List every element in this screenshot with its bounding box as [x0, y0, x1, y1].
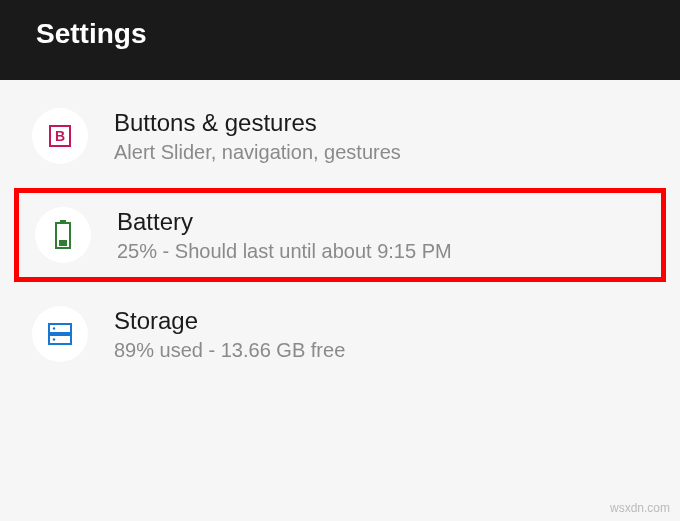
settings-item-title: Battery: [117, 208, 645, 236]
storage-icon: [32, 306, 88, 362]
svg-point-7: [53, 327, 55, 329]
settings-item-subtitle: 89% used - 13.66 GB free: [114, 339, 648, 362]
settings-item-title: Storage: [114, 307, 648, 335]
settings-item-buttons-gestures[interactable]: B Buttons & gestures Alert Slider, navig…: [18, 90, 662, 182]
settings-item-storage[interactable]: Storage 89% used - 13.66 GB free: [18, 288, 662, 380]
buttons-icon: B: [32, 108, 88, 164]
svg-point-8: [53, 338, 55, 340]
settings-item-subtitle: 25% - Should last until about 9:15 PM: [117, 240, 645, 263]
settings-list: B Buttons & gestures Alert Slider, navig…: [0, 80, 680, 390]
watermark: wsxdn.com: [610, 501, 670, 515]
settings-item-subtitle: Alert Slider, navigation, gestures: [114, 141, 648, 164]
settings-item-text: Storage 89% used - 13.66 GB free: [114, 307, 648, 362]
svg-text:B: B: [55, 128, 65, 144]
settings-item-text: Buttons & gestures Alert Slider, navigat…: [114, 109, 648, 164]
settings-item-title: Buttons & gestures: [114, 109, 648, 137]
svg-rect-5: [49, 324, 71, 333]
settings-item-text: Battery 25% - Should last until about 9:…: [117, 208, 645, 263]
settings-item-battery[interactable]: Battery 25% - Should last until about 9:…: [14, 188, 666, 282]
svg-rect-4: [59, 240, 67, 246]
header: Settings: [0, 0, 680, 80]
battery-icon: [35, 207, 91, 263]
svg-rect-6: [49, 335, 71, 344]
page-title: Settings: [36, 18, 146, 49]
